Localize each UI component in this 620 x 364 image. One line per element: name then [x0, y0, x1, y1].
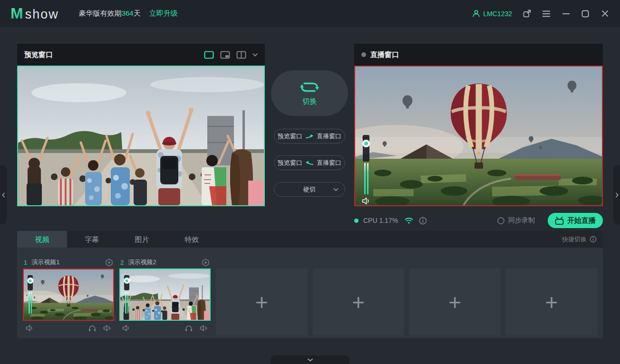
- audio-level-meter: [364, 163, 368, 194]
- live-video-content: [355, 67, 602, 205]
- empty-media-slot[interactable]: +: [313, 268, 404, 335]
- tab-video[interactable]: 视频: [17, 231, 67, 248]
- arrow-right-icon: [306, 134, 313, 139]
- chevron-right-icon: [615, 192, 619, 198]
- pull-right-label: 直播窗口: [317, 159, 341, 167]
- tab-effects[interactable]: 特效: [167, 231, 217, 248]
- app-window: M show 豪华版有效期364天 立即升级 LMC1232: [0, 0, 620, 364]
- speaker-icon[interactable]: [122, 325, 130, 332]
- media-thumbnail-2[interactable]: [119, 268, 211, 321]
- media-card-empty: +: [216, 256, 307, 335]
- external-link-icon: [523, 9, 532, 18]
- logo-m-mark: M: [10, 5, 23, 22]
- quick-switch-info-icon[interactable]: [590, 236, 597, 243]
- thumb-2-volume-control[interactable]: [124, 275, 129, 314]
- speaker-icon[interactable]: [26, 325, 34, 332]
- info-icon[interactable]: [419, 217, 427, 225]
- volume-knob[interactable]: [124, 278, 130, 284]
- media-name: 演示视频1: [31, 258, 59, 267]
- chevron-left-icon: [2, 192, 5, 198]
- media-index: 2: [120, 259, 124, 266]
- settings-gear-icon[interactable]: [105, 259, 113, 267]
- live-status-dot: [361, 52, 366, 57]
- live-panel-header: 直播窗口: [354, 44, 603, 66]
- broadcast-camera-icon: [555, 217, 564, 225]
- headphone-monitor-icon[interactable]: [88, 325, 96, 332]
- preview-panel-title: 预览窗口: [24, 50, 53, 59]
- app-logo: M show: [10, 5, 59, 22]
- titlebar: M show 豪华版有效期364天 立即升级 LMC1232: [0, 0, 620, 27]
- swap-icon: [300, 81, 319, 94]
- audio-output-icon[interactable]: [200, 325, 208, 332]
- volume-track[interactable]: [28, 275, 33, 290]
- start-live-button[interactable]: 开始直播: [548, 213, 603, 228]
- preview-video-frame[interactable]: [17, 66, 265, 206]
- volume-knob[interactable]: [27, 278, 33, 284]
- headphone-monitor-icon[interactable]: [185, 325, 193, 332]
- transition-mode-dropdown[interactable]: 硬切: [274, 182, 345, 197]
- speaker-icon[interactable]: [362, 197, 370, 205]
- thumb-1-volume-control[interactable]: [28, 275, 33, 314]
- push-to-live-button[interactable]: 预览窗口 直播窗口: [274, 129, 345, 144]
- right-panel-toggle[interactable]: [613, 165, 620, 224]
- empty-media-slot[interactable]: +: [216, 268, 307, 335]
- thumbnail-2-content: [120, 269, 210, 320]
- switch-button[interactable]: 切换: [271, 70, 348, 116]
- upgrade-link[interactable]: 立即升级: [149, 9, 178, 18]
- menu-button[interactable]: [542, 9, 551, 19]
- media-card-empty: +: [409, 256, 501, 335]
- media-card-empty: +: [506, 256, 597, 335]
- preview-video-content: [18, 67, 264, 205]
- media-index: 1: [24, 259, 27, 266]
- empty-media-slot[interactable]: +: [506, 268, 597, 335]
- push-left-label: 预览窗口: [278, 132, 302, 141]
- add-media-icon: +: [448, 291, 461, 313]
- layout-split-icon[interactable]: [236, 51, 246, 59]
- settings-gear-icon[interactable]: [202, 259, 210, 267]
- sync-record-label: 同步录制: [508, 216, 535, 225]
- media-tab-bar: 视频 字幕 图片 特效 快捷切换: [17, 231, 603, 248]
- volume-track[interactable]: [124, 275, 129, 290]
- pull-left-label: 预览窗口: [278, 159, 302, 167]
- license-days: 364: [122, 9, 134, 17]
- network-wifi-icon: [405, 217, 413, 224]
- empty-media-slot[interactable]: +: [409, 268, 501, 335]
- left-panel-toggle[interactable]: [0, 165, 7, 224]
- media-card-2-toolbar: [119, 321, 211, 335]
- hamburger-icon: [542, 10, 551, 17]
- layout-pip-icon[interactable]: [220, 51, 230, 59]
- user-icon: [472, 10, 480, 18]
- maximize-button[interactable]: [581, 9, 590, 19]
- tab-image[interactable]: 图片: [117, 231, 167, 248]
- tab-subtitle[interactable]: 字幕: [67, 231, 117, 248]
- account-button[interactable]: LMC1232: [472, 10, 512, 18]
- layout-single-icon[interactable]: [204, 51, 214, 59]
- add-media-icon: +: [352, 291, 365, 313]
- close-button[interactable]: [600, 9, 610, 19]
- popout-button[interactable]: [522, 9, 532, 19]
- quick-switch[interactable]: 快捷切换: [562, 235, 603, 244]
- media-card-1: 1 演示视频1: [23, 256, 114, 335]
- audio-level-meter: [125, 292, 128, 314]
- thumbnail-1-content: [24, 269, 113, 320]
- switch-label: 切换: [302, 97, 317, 106]
- volume-track[interactable]: [363, 135, 369, 162]
- layout-dropdown-chevron-icon[interactable]: [252, 53, 258, 57]
- sync-record-toggle[interactable]: 同步录制: [497, 216, 535, 225]
- minimize-icon: [562, 13, 570, 15]
- media-card-empty: +: [313, 256, 404, 335]
- audio-level-meter: [29, 292, 32, 314]
- media-thumbnail-1[interactable]: [23, 268, 114, 321]
- volume-knob[interactable]: [362, 140, 370, 147]
- minimize-button[interactable]: [561, 9, 571, 19]
- pull-from-live-button[interactable]: 预览窗口 直播窗口: [274, 155, 345, 170]
- live-panel-title: 直播窗口: [370, 50, 399, 59]
- audio-output-icon[interactable]: [103, 325, 111, 332]
- preview-panel-header: 预览窗口: [17, 44, 265, 66]
- media-name: 演示视频2: [128, 258, 156, 267]
- collapse-panel-handle[interactable]: [271, 355, 349, 364]
- sync-record-radio[interactable]: [497, 217, 504, 224]
- live-volume-control[interactable]: [362, 135, 370, 205]
- live-video-frame[interactable]: [354, 66, 603, 206]
- logo-text: show: [25, 7, 59, 22]
